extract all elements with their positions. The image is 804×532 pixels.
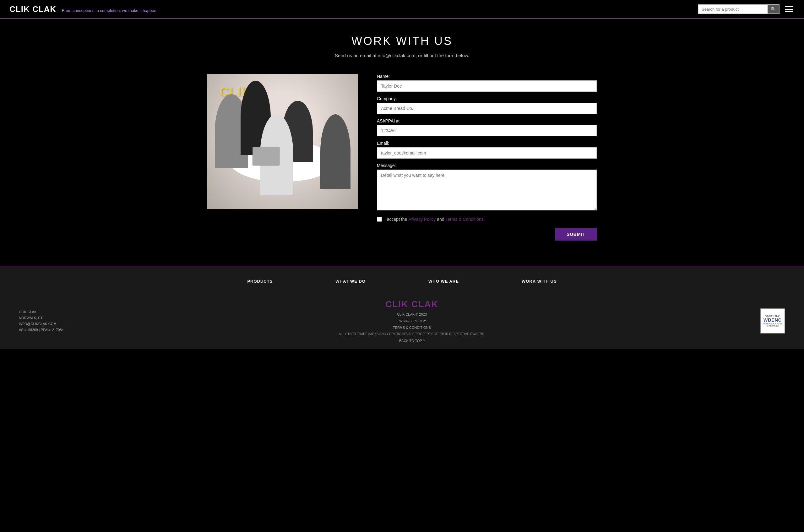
footer: PRODUCTS WHAT WE DO WHO WE ARE WORK WITH… — [0, 266, 804, 349]
submit-button[interactable]: SUBMIT — [555, 228, 597, 241]
footer-logo: CLIK CLAK — [64, 299, 760, 309]
wbenc-badge: certified WBENC WOMEN'S BUSINESS ENTERPR… — [760, 308, 785, 334]
name-input[interactable] — [377, 80, 597, 92]
footer-trademark: ALL OTHER TRADEMARKS AND COPYRIGHTS ARE … — [64, 332, 760, 336]
message-label: Message: — [377, 163, 597, 168]
wbenc-name: WBENC — [764, 317, 782, 323]
contact-form: Name: Company: ASI/PPAI #: Email: Messag… — [377, 74, 597, 241]
message-textarea[interactable] — [377, 170, 597, 210]
email-label: Email: — [377, 141, 597, 146]
header-right: 🔍 — [698, 4, 795, 14]
company-label: Company: — [377, 96, 597, 101]
tagline-highlight: we make it happen. — [122, 8, 158, 13]
hamburger-menu-button[interactable] — [784, 5, 795, 14]
tagline-prefix: From conceptions to completion, — [62, 8, 122, 13]
header-left: CLIK CLAK From conceptions to completion… — [9, 4, 157, 14]
search-input[interactable] — [698, 5, 768, 14]
footer-nav-what-we-do: WHAT WE DO — [336, 279, 366, 284]
footer-nav-work-with-us: WORK WITH US — [522, 279, 557, 284]
name-group: Name: — [377, 74, 597, 92]
asi-label: ASI/PPAI #: — [377, 118, 597, 124]
search-container: 🔍 — [698, 4, 780, 14]
company-input[interactable] — [377, 103, 597, 114]
terms-link[interactable]: Terms & Conditions. — [445, 217, 484, 222]
photo-laptop — [252, 147, 280, 166]
footer-center: CLIK CLAK CLIK CLAK © 2023 PRIVACY POLIC… — [64, 299, 760, 343]
email-input[interactable] — [377, 147, 597, 158]
header: CLIK CLAK From conceptions to completion… — [0, 0, 804, 19]
footer-nav-what-we-do-label: WHAT WE DO — [336, 279, 366, 284]
asi-group: ASI/PPAI #: — [377, 118, 597, 136]
hamburger-line1 — [785, 6, 793, 7]
footer-terms-link[interactable]: TERMS & CONDITIONS — [393, 326, 431, 329]
footer-privacy-link[interactable]: PRIVACY POLICY — [398, 319, 426, 323]
team-photo: CLIKCLAK — [207, 74, 358, 209]
footer-nav-who-we-are: WHO WE ARE — [428, 279, 459, 284]
checkbox-label: I accept the Privacy Policy and Terms & … — [384, 217, 485, 222]
message-group: Message: — [377, 163, 597, 212]
footer-nav-products: PRODUCTS — [247, 279, 273, 284]
footer-bottom: CLIK CLAK NORWALK, CT INFO@CLIKCLAK.COM … — [19, 296, 785, 343]
footer-nav-who-we-are-label: WHO WE ARE — [428, 279, 459, 284]
footer-nav: PRODUCTS WHAT WE DO WHO WE ARE WORK WITH… — [19, 279, 785, 284]
company-group: Company: — [377, 96, 597, 114]
hamburger-line3 — [785, 11, 793, 12]
asi-input[interactable] — [377, 125, 597, 136]
wbenc-certified-text: certified — [765, 315, 780, 317]
privacy-policy-link[interactable]: Privacy Policy — [408, 217, 436, 222]
name-label: Name: — [377, 74, 597, 79]
page-subtitle: Send us an email at info@clikclak.com, o… — [207, 53, 597, 58]
search-button[interactable]: 🔍 — [768, 5, 779, 14]
team-photo-inner: CLIKCLAK — [207, 74, 358, 209]
footer-address: CLIK CLAK NORWALK, CT INFO@CLIKCLAK.COM … — [19, 309, 64, 332]
tagline: From conceptions to completion, we make … — [62, 8, 157, 13]
checkbox-row: I accept the Privacy Policy and Terms & … — [377, 217, 597, 222]
footer-nav-work-with-us-label: WORK WITH US — [522, 279, 557, 284]
email-group: Email: — [377, 141, 597, 158]
content-area: CLIKCLAK Name: Company: ASI/PPAI #: — [207, 74, 597, 241]
main-content: WORK WITH US Send us an email at info@cl… — [182, 19, 622, 266]
accept-checkbox[interactable] — [377, 217, 382, 222]
photo-person5 — [320, 114, 350, 189]
page-title: WORK WITH US — [207, 35, 597, 48]
hamburger-line2 — [785, 9, 793, 10]
back-to-top-link[interactable]: BACK TO TOP ^ — [64, 339, 760, 343]
footer-links: CLIK CLAK © 2023 PRIVACY POLICY TERMS & … — [64, 311, 760, 331]
logo: CLIK CLAK — [9, 4, 56, 14]
wbenc-sub-text: WOMEN'S BUSINESS ENTERPRISE — [761, 323, 785, 327]
footer-nav-products-label: PRODUCTS — [247, 279, 273, 284]
